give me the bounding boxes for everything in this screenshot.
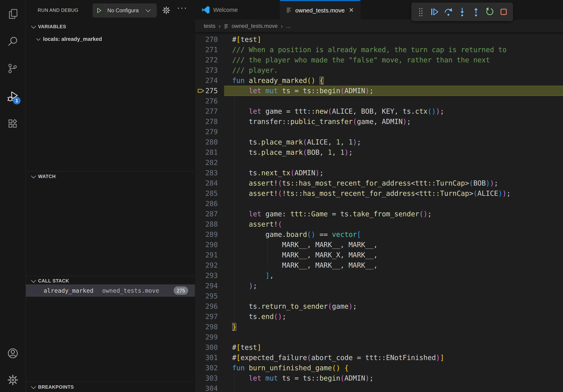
config-label: No Configura (105, 8, 146, 14)
chevron-right-icon: › (218, 23, 220, 29)
activity-run-and-debug[interactable]: 1 (0, 85, 26, 107)
code-line[interactable]: 292 MARK__, MARK__, MARK__, (195, 260, 563, 270)
activity-search[interactable] (0, 30, 26, 52)
code-line[interactable]: 296 ts.return_to_sender(game); (195, 301, 563, 312)
breadcrumb-item-symbol[interactable]: ... (286, 23, 291, 29)
code-line[interactable]: 295 (195, 291, 563, 301)
locals-label: locals: already_marked (43, 36, 102, 42)
continue-icon (430, 7, 439, 16)
code-line[interactable]: 285 assert!(!ts::has_most_recent_for_add… (195, 188, 563, 198)
restart-button[interactable] (484, 5, 496, 19)
code-line[interactable]: 293 ], (195, 270, 563, 281)
code-line[interactable]: 271/// When a position is already marked… (195, 45, 563, 55)
code-line[interactable]: 272/// the player who made the "false" m… (195, 55, 563, 65)
code-line[interactable]: 288 assert!( (195, 219, 563, 229)
gear-icon (8, 375, 18, 385)
frame-file: owned_tests.move (102, 284, 159, 297)
code-line[interactable]: 301#[expected_failure(abort_code = ttt::… (195, 353, 563, 363)
step-into-icon (458, 7, 467, 16)
toolbar-drag-handle[interactable] (415, 5, 427, 19)
section-breakpoints[interactable]: BREAKPOINTS (26, 382, 195, 392)
code-line[interactable]: 299 (195, 332, 563, 342)
code-line[interactable]: 300#[test] (195, 342, 563, 353)
start-debug-play-icon[interactable] (93, 4, 105, 17)
code-line[interactable]: 287 let game: ttt::Game = ts.take_from_s… (195, 209, 563, 219)
code-line[interactable]: 279 (195, 127, 563, 137)
step-out-button[interactable] (470, 5, 482, 19)
code-line[interactable]: 270#[test] (195, 34, 563, 45)
divider (26, 276, 195, 276)
frame-function: already_marked (44, 284, 93, 297)
chevron-down-icon (31, 384, 36, 389)
code-line[interactable]: 284 assert!(ts::has_most_recent_for_addr… (195, 178, 563, 188)
vscode-logo-icon (202, 6, 210, 14)
breadcrumb-item-file[interactable]: owned_tests.move (231, 23, 278, 29)
code-line[interactable]: 278 transfer::public_transfer(game, ADMI… (195, 117, 563, 127)
activity-account[interactable] (0, 342, 26, 364)
continue-button[interactable] (429, 5, 440, 19)
code-line[interactable]: 290 MARK__, MARK__, MARK__, (195, 240, 563, 250)
activity-extensions[interactable] (0, 113, 26, 135)
code-line[interactable]: 275 let mut ts = ts::begin(ADMIN); (195, 86, 563, 96)
frame-line-badge: 275 (174, 287, 188, 295)
code-line[interactable]: 294 ); (195, 281, 563, 291)
close-icon[interactable]: × (349, 6, 354, 14)
activity-source-control[interactable] (0, 57, 26, 79)
extensions-icon (7, 118, 18, 129)
sidebar-header: RUN AND DEBUG No Configura ··· (26, 0, 195, 21)
code-line[interactable]: 303 let mut ts = ts::begin(ADMIN); (195, 373, 563, 383)
section-watch[interactable]: WATCH (26, 172, 195, 181)
breadcrumb: tests › owned_tests.move › ... (195, 20, 563, 32)
activity-bar: 1 (0, 0, 26, 392)
code-line[interactable]: 298} (195, 322, 563, 332)
launch-config-dropdown[interactable]: No Configura (93, 3, 157, 17)
divider (26, 382, 195, 382)
code-line[interactable]: 291 MARK__, MARK_X, MARK__, (195, 250, 563, 260)
tab-label: owned_tests.move (295, 7, 345, 14)
tab-welcome[interactable]: Welcome (195, 0, 280, 20)
code-line[interactable]: 273/// player. (195, 65, 563, 75)
variables-scope-locals[interactable]: locals: already_marked (26, 34, 195, 44)
tab-owned-tests[interactable]: owned_tests.move × (280, 0, 360, 20)
stop-icon (499, 7, 508, 16)
code-line[interactable]: 289 game.board() == vector[ (195, 229, 563, 240)
code-line[interactable]: 297 ts.end(); (195, 312, 563, 322)
more-actions-icon[interactable]: ··· (177, 3, 187, 13)
step-out-icon (472, 7, 481, 16)
chevron-right-icon: › (281, 23, 283, 29)
chevron-down-icon (31, 278, 36, 283)
chevron-down-icon (31, 173, 36, 178)
stop-button[interactable] (498, 5, 510, 19)
breakpoints-label: BREAKPOINTS (38, 384, 74, 390)
activity-settings[interactable] (0, 369, 26, 391)
source-control-icon (7, 63, 18, 74)
code-line[interactable]: 281 ts.place_mark(BOB, 1, 1); (195, 147, 563, 157)
code-editor[interactable]: 270#[test]271/// When a position is alre… (195, 32, 563, 392)
move-file-icon (224, 24, 229, 29)
code-line[interactable]: 304 (195, 383, 563, 392)
chevron-down-icon (36, 36, 40, 40)
call-stack-frame[interactable]: already_marked owned_tests.move 275 (26, 284, 195, 297)
move-file-icon (286, 7, 292, 13)
code-line[interactable]: 286 (195, 198, 563, 209)
code-line[interactable]: 282 (195, 157, 563, 168)
files-icon (7, 8, 18, 19)
watch-label: WATCH (38, 174, 56, 179)
section-variables[interactable]: VARIABLES (26, 22, 195, 31)
code-line[interactable]: 283 ts.next_tx(ADMIN); (195, 168, 563, 178)
debug-badge: 1 (13, 97, 21, 105)
code-line[interactable]: 276 (195, 96, 563, 106)
code-line[interactable]: 302fun burn_unfinished_game() { (195, 363, 563, 373)
section-call-stack[interactable]: CALL STACK Paused on entry (26, 276, 195, 285)
code-line[interactable]: 277 let game = ttt::new(ALICE, BOB, KEY,… (195, 106, 563, 117)
code-line[interactable]: 280 ts.place_mark(ALICE, 1, 1); (195, 137, 563, 147)
debug-current-line-arrow-icon (197, 87, 205, 95)
call-stack-label: CALL STACK (38, 278, 69, 284)
debug-settings-gear-icon[interactable] (162, 6, 170, 14)
step-over-icon (444, 7, 453, 16)
breadcrumb-item-tests[interactable]: tests (204, 23, 215, 29)
step-over-button[interactable] (442, 5, 454, 19)
step-into-button[interactable] (456, 5, 468, 19)
activity-explorer[interactable] (0, 3, 26, 25)
code-line[interactable]: 274fun already_marked() { (195, 75, 563, 86)
